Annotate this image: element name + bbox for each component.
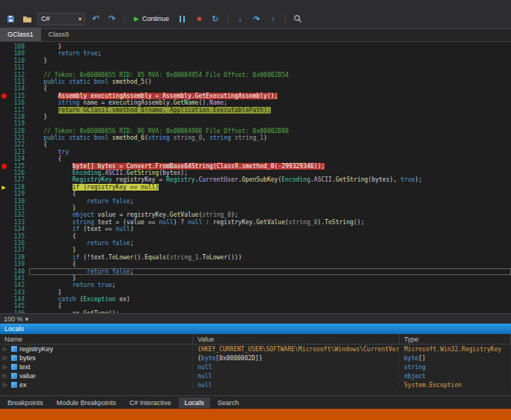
breakpoint-dot-icon[interactable] [1, 93, 7, 99]
code-text[interactable]: if (registryKey == null) [29, 184, 511, 191]
variable-value-cell[interactable]: null [193, 382, 400, 389]
code-line[interactable]: 119 [0, 120, 511, 127]
variable-name-cell[interactable]: ▷text [0, 363, 193, 371]
code-line[interactable]: 126 Encoding.ASCII.GetString(bytes); [0, 170, 511, 176]
code-line[interactable]: 136 return false; [0, 240, 511, 247]
step-over-button[interactable]: ↷ [251, 13, 263, 25]
column-header-type[interactable]: Type [400, 334, 511, 344]
code-line[interactable]: 125 byte[] bytes = Convert.FromBase64Str… [0, 163, 511, 170]
code-text[interactable]: { [29, 155, 511, 162]
column-header-name[interactable]: Name [0, 334, 193, 344]
code-line[interactable]: 108 } [0, 43, 511, 50]
code-text[interactable]: string name = executingAssembly.GetName(… [29, 99, 511, 106]
code-text[interactable]: return false; [29, 198, 511, 205]
code-line[interactable]: 142 return true; [0, 282, 511, 288]
code-line[interactable]: 145 { [0, 303, 511, 309]
breakpoint-gutter[interactable] [0, 254, 7, 261]
code-line[interactable]: 123 try [0, 149, 511, 155]
save-icon[interactable] [4, 13, 16, 25]
breakpoint-gutter[interactable] [0, 289, 7, 296]
code-text[interactable]: // Token: 0x06000055 RID: 85 RVA: 0x0000… [29, 72, 511, 78]
code-text[interactable]: if (text == null) [29, 226, 511, 232]
code-text[interactable]: byte[] bytes = Convert.FromBase64String(… [29, 163, 511, 170]
breakpoint-gutter[interactable] [0, 191, 7, 197]
breakpoint-gutter[interactable] [0, 78, 7, 85]
breakpoint-gutter[interactable] [0, 303, 7, 309]
tab-breakpoints[interactable]: Breakpoints [1, 398, 49, 408]
code-line[interactable]: 113 public static bool smethod_5() [0, 78, 511, 85]
breakpoint-gutter[interactable] [0, 141, 7, 148]
code-text[interactable]: { [29, 191, 511, 197]
variable-name-cell[interactable]: ▷value [0, 372, 193, 380]
code-line[interactable]: ▶128 if (registryKey == null) [0, 184, 511, 191]
code-line[interactable]: 129 { [0, 191, 511, 197]
code-line[interactable]: 122 { [0, 141, 511, 148]
locals-row[interactable]: ▷registryKey{HKEY_CURRENT_USER\SOFTWARE\… [0, 345, 511, 353]
breakpoint-gutter[interactable] [0, 275, 7, 282]
breakpoint-gutter[interactable] [0, 64, 7, 71]
code-text[interactable]: RegistryKey registryKey = Registry.Curre… [29, 176, 511, 183]
breakpoint-gutter[interactable] [0, 176, 7, 183]
code-text[interactable]: if (!text.ToLower().Equals(string_1.ToLo… [29, 254, 511, 261]
step-out-button[interactable]: ↑ [267, 13, 279, 25]
breakpoint-dot-icon[interactable] [1, 164, 7, 169]
code-line[interactable]: 134 if (text == null) [0, 226, 511, 232]
code-line[interactable]: 114 { [0, 85, 511, 92]
breakpoint-gutter[interactable] [0, 240, 7, 247]
variable-value-cell[interactable]: null [193, 364, 400, 371]
expander-icon[interactable]: ▷ [3, 382, 9, 388]
locals-row[interactable]: ▷exnullSystem.Exception [0, 380, 511, 389]
code-text[interactable]: } [29, 275, 511, 282]
breakpoint-gutter[interactable] [0, 233, 7, 240]
code-text[interactable]: object value = registryKey.GetValue(stri… [29, 211, 511, 218]
code-line[interactable]: 109 return true; [0, 50, 511, 57]
tab-module-breakpoints[interactable]: Module Breakpoints [51, 398, 123, 408]
expander-icon[interactable]: ▷ [3, 346, 9, 352]
breakpoint-gutter[interactable] [0, 99, 7, 106]
breakpoint-gutter[interactable] [0, 219, 7, 226]
language-select[interactable]: C# ▾ [37, 13, 85, 25]
column-header-value[interactable]: Value [193, 334, 400, 344]
code-editor[interactable]: 108 }109 return true;110 }111112 // Toke… [0, 42, 511, 313]
breakpoint-gutter[interactable] [0, 58, 7, 64]
breakpoint-gutter[interactable] [0, 170, 7, 176]
code-text[interactable]: Assembly executingAssembly = Assembly.Ge… [29, 93, 511, 99]
breakpoint-gutter[interactable] [0, 72, 7, 78]
code-text[interactable]: return GClass1.smethod_6(name, Applicati… [29, 107, 511, 114]
locals-row[interactable]: ▷textnullstring [0, 362, 511, 371]
code-line[interactable]: 130 return false; [0, 198, 511, 205]
code-text[interactable] [29, 64, 511, 71]
code-line[interactable]: 127 RegistryKey registryKey = Registry.C… [0, 176, 511, 183]
code-text[interactable]: Encoding.ASCII.GetString(bytes); [29, 170, 511, 176]
code-text[interactable]: } [29, 58, 511, 64]
tab-locals[interactable]: Locals [179, 398, 210, 408]
tab-class9[interactable]: Class9 [41, 28, 77, 41]
code-text[interactable]: } [29, 205, 511, 211]
code-text[interactable]: return false; [29, 240, 511, 247]
breakpoint-gutter[interactable] [0, 296, 7, 303]
code-text[interactable]: { [29, 233, 511, 240]
code-text[interactable]: // Token: 0x06000056 RID: 86 RVA: 0x0000… [29, 128, 511, 135]
breakpoint-gutter[interactable] [0, 50, 7, 57]
continue-button[interactable]: ▶ Continue [131, 15, 172, 22]
locals-row[interactable]: ▷valuenullobject [0, 371, 511, 380]
variable-name-cell[interactable]: ▷registryKey [0, 345, 193, 353]
breakpoint-gutter[interactable] [0, 261, 7, 268]
breakpoint-gutter[interactable] [0, 247, 7, 253]
code-line[interactable]: 116 string name = executingAssembly.GetN… [0, 99, 511, 106]
breakpoint-icon[interactable] [0, 163, 7, 170]
code-text[interactable]: return true; [29, 50, 511, 57]
code-line[interactable]: 139 { [0, 261, 511, 268]
code-text[interactable]: catch (Exception ex) [29, 296, 511, 303]
code-text[interactable]: { [29, 303, 511, 309]
breakpoint-gutter[interactable] [0, 128, 7, 135]
pause-button[interactable] [177, 13, 189, 25]
code-text[interactable]: { [29, 85, 511, 92]
tab-csharp-interactive[interactable]: C# Interactive [123, 398, 177, 408]
tab-search[interactable]: Search [212, 398, 245, 408]
code-line[interactable]: 112 // Token: 0x06000055 RID: 85 RVA: 0x… [0, 72, 511, 78]
breakpoint-gutter[interactable] [0, 205, 7, 211]
code-line[interactable]: 143 } [0, 289, 511, 296]
code-line[interactable]: 133 string text = (value == null) ? null… [0, 219, 511, 226]
current-statement-icon[interactable]: ▶ [0, 184, 7, 191]
